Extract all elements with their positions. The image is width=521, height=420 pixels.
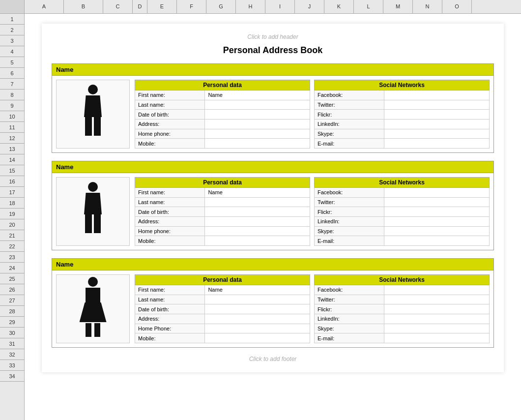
personal-field-value[interactable]: Name xyxy=(205,188,310,198)
personal-field-value[interactable] xyxy=(205,207,310,217)
social-field-value[interactable] xyxy=(384,197,490,207)
personal-field-value[interactable] xyxy=(205,139,310,149)
personal-data-row: Home Phone: xyxy=(135,324,310,333)
social-field-value[interactable] xyxy=(384,119,490,129)
social-networks-table-2: Social Networks Facebook: Twitter: Flick… xyxy=(314,177,490,246)
contact-name-3[interactable]: Name xyxy=(52,259,493,270)
male-figure-icon xyxy=(78,182,108,241)
social-network-row: Facebook: xyxy=(315,188,490,198)
row-header-6: 6 xyxy=(0,68,24,79)
personal-field-value[interactable] xyxy=(205,216,310,226)
row-header-20: 20 xyxy=(0,219,24,230)
avatar-3 xyxy=(56,274,130,343)
social-field-value[interactable] xyxy=(384,188,490,198)
data-section-1: Personal data First name: Name Last name… xyxy=(135,80,490,149)
personal-data-row: Address: xyxy=(135,314,310,324)
social-field-value[interactable] xyxy=(384,295,490,304)
spreadsheet-content[interactable]: Click to add header Personal Address Boo… xyxy=(25,14,521,420)
social-field-value[interactable] xyxy=(384,110,490,120)
personal-field-value[interactable] xyxy=(205,226,310,236)
social-network-row: Facebook: xyxy=(315,90,490,100)
row-header-31: 31 xyxy=(0,338,24,349)
social-field-label: LinkedIn: xyxy=(315,119,384,129)
row-header-14: 14 xyxy=(0,154,24,165)
contact-body-2: Personal data First name: Name Last name… xyxy=(52,173,493,250)
social-field-value[interactable] xyxy=(384,285,490,295)
personal-field-value[interactable] xyxy=(205,314,310,324)
row-header-7: 7 xyxy=(0,79,24,90)
social-field-value[interactable] xyxy=(384,139,490,149)
social-field-value[interactable] xyxy=(384,100,490,110)
personal-data-row: Last name: xyxy=(135,295,310,304)
col-header-l: L xyxy=(354,0,383,14)
social-field-label: E-mail: xyxy=(315,333,384,343)
col-header-f: F xyxy=(177,0,206,14)
personal-field-value[interactable] xyxy=(205,304,310,314)
social-field-label: Twitter: xyxy=(315,100,384,110)
contact-name-2[interactable]: Name xyxy=(52,161,493,173)
social-field-value[interactable] xyxy=(384,304,490,314)
personal-data-row: First name: Name xyxy=(135,90,310,100)
contact-name-1[interactable]: Name xyxy=(52,64,493,76)
social-network-row: Facebook: xyxy=(315,285,490,295)
data-section-3: Personal data First name: Name Last name… xyxy=(135,274,490,343)
col-header-b: B xyxy=(64,0,103,14)
social-field-value[interactable] xyxy=(384,207,490,217)
social-field-label: Twitter: xyxy=(315,197,384,207)
personal-data-row: Date of birth: xyxy=(135,110,310,120)
social-network-row: Flickr: xyxy=(315,110,490,120)
social-network-row: LinkedIn: xyxy=(315,216,490,226)
social-field-value[interactable] xyxy=(384,314,490,324)
social-network-row: E-mail: xyxy=(315,139,490,149)
row-header-13: 13 xyxy=(0,144,24,154)
col-header-i: I xyxy=(265,0,295,14)
personal-field-value[interactable] xyxy=(205,236,310,246)
personal-data-row: Last name: xyxy=(135,197,310,207)
contact-card-2: Name Personal data First name: Name Last… xyxy=(52,161,494,250)
personal-field-value[interactable]: Name xyxy=(205,285,310,295)
social-field-value[interactable] xyxy=(384,216,490,226)
personal-field-value[interactable] xyxy=(205,295,310,304)
personal-field-value[interactable] xyxy=(205,100,310,110)
personal-data-header: Personal data xyxy=(135,275,310,285)
social-networks-header: Social Networks xyxy=(315,178,490,188)
personal-data-row: Home phone: xyxy=(135,129,310,139)
row-header-10: 10 xyxy=(0,111,24,122)
personal-field-value[interactable] xyxy=(205,129,310,139)
personal-field-value[interactable] xyxy=(205,197,310,207)
personal-data-row: Date of birth: xyxy=(135,304,310,314)
footer-placeholder[interactable]: Click to add footer xyxy=(52,356,494,362)
social-field-value[interactable] xyxy=(384,90,490,100)
row-header-8: 8 xyxy=(0,90,24,100)
personal-field-value[interactable] xyxy=(205,333,310,343)
row-header-25: 25 xyxy=(0,273,24,284)
social-field-label: Facebook: xyxy=(315,285,384,295)
avatar-2 xyxy=(56,177,130,246)
social-field-label: E-mail: xyxy=(315,236,384,246)
avatar-1 xyxy=(56,80,130,149)
personal-field-label: Address: xyxy=(135,314,205,324)
social-network-row: Twitter: xyxy=(315,295,490,304)
social-field-value[interactable] xyxy=(384,236,490,246)
personal-data-header: Personal data xyxy=(135,80,310,90)
social-field-value[interactable] xyxy=(384,226,490,236)
page: Click to add header Personal Address Boo… xyxy=(42,24,504,372)
header-placeholder[interactable]: Click to add header xyxy=(52,33,494,40)
social-field-label: Facebook: xyxy=(315,90,384,100)
personal-field-value[interactable] xyxy=(205,324,310,333)
col-header-o: O xyxy=(442,0,472,14)
col-header-h: H xyxy=(236,0,265,14)
personal-field-value[interactable] xyxy=(205,110,310,120)
social-field-value[interactable] xyxy=(384,333,490,343)
social-networks-table-3: Social Networks Facebook: Twitter: Flick… xyxy=(314,274,490,343)
social-network-row: Flickr: xyxy=(315,207,490,217)
personal-field-value[interactable] xyxy=(205,119,310,129)
row-header-33: 33 xyxy=(0,360,24,371)
social-field-value[interactable] xyxy=(384,129,490,139)
col-header-a: A xyxy=(25,0,64,14)
social-field-label: E-mail: xyxy=(315,139,384,149)
social-field-value[interactable] xyxy=(384,324,490,333)
personal-field-label: Address: xyxy=(135,216,205,226)
social-field-label: Flickr: xyxy=(315,207,384,217)
personal-field-value[interactable]: Name xyxy=(205,90,310,100)
